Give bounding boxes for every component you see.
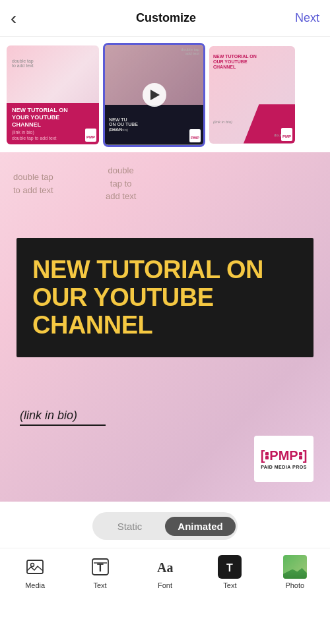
media-label: Media [25, 581, 45, 589]
text-add-label: Text [93, 581, 106, 589]
svg-point-1 [31, 564, 34, 567]
play-button[interactable] [143, 83, 166, 107]
photo-icon [283, 555, 307, 579]
font-icon: Aa [153, 555, 177, 579]
canvas-add-text-left[interactable]: double tapto add text [13, 171, 53, 196]
svg-text:T: T [97, 562, 104, 573]
carousel-left-title: NEW TUTORIAL ONYOUR YOUTUBECHANNEL [12, 107, 94, 128]
main-link-section: (link in bio) [20, 409, 106, 426]
play-triangle-icon [150, 90, 160, 100]
main-title-box: NEW TUTORIAL ON OUR YOUTUBE CHANNEL [16, 238, 314, 357]
toggle-animated[interactable]: Animated [165, 517, 236, 536]
main-canvas: double tapto add text doubletap toadd te… [0, 152, 330, 502]
static-animated-toggle: Static Animated [92, 512, 238, 540]
logo-left-bracket: [ [261, 448, 265, 463]
carousel-left-link: (link in bio) [12, 130, 94, 134]
text-add-icon: T [88, 555, 112, 579]
toggle-section: Static Animated [0, 502, 330, 548]
text-bg-label: Text [223, 581, 236, 589]
logo-pmp: PMP [269, 448, 298, 463]
template-carousel: double tapto add text NEW TUTORIAL ONYOU… [0, 37, 330, 152]
logo-right-bracket: ] [303, 448, 308, 463]
logo-subtitle: PAID MEDIA PROS [261, 465, 307, 469]
back-button[interactable]: ‹ [11, 8, 37, 29]
svg-rect-0 [27, 560, 43, 573]
svg-text:Aa: Aa [157, 560, 173, 575]
toggle-static[interactable]: Static [94, 517, 165, 536]
logo-bracket: [ PMP ] [261, 448, 308, 463]
toolbar-item-font[interactable]: Aa Font [145, 555, 185, 589]
photo-label: Photo [285, 581, 304, 589]
play-overlay [105, 45, 203, 145]
logo-inner [265, 452, 269, 459]
carousel-add-text-left: double tapto add text [12, 59, 34, 68]
main-title-text[interactable]: NEW TUTORIAL ON OUR YOUTUBE CHANNEL [32, 256, 298, 339]
toolbar-item-media[interactable]: Media [15, 555, 55, 589]
canvas-add-text-center[interactable]: doubletap toadd text [106, 164, 136, 203]
carousel-right-link: (link in bio) [213, 120, 232, 124]
svg-text:T: T [226, 562, 233, 573]
bottom-toolbar: Media T Text Aa Font T Text [0, 548, 330, 599]
carousel-item-left[interactable]: double tapto add text NEW TUTORIAL ONYOU… [7, 45, 99, 144]
font-label: Font [158, 581, 172, 589]
toolbar-item-text-bg[interactable]: T Text [210, 555, 249, 589]
next-button[interactable]: Next [295, 11, 319, 25]
carousel-right-title: NEW TUTORIAL ONOUR YOUTUBECHANNEL [213, 54, 257, 71]
toolbar-item-photo[interactable]: Photo [275, 555, 315, 589]
media-icon [23, 555, 47, 579]
main-link-text[interactable]: (link in bio) [20, 409, 106, 423]
main-link-underline [20, 424, 106, 426]
main-logo: [ PMP ] PAID MEDIA PROS [254, 436, 314, 482]
carousel-item-right[interactable]: NEW TUTORIAL ONOUR YOUTUBECHANNEL (link … [209, 46, 295, 144]
text-bg-icon: T [218, 555, 242, 579]
toolbar-item-text-add[interactable]: T Text [81, 555, 120, 589]
logo-inner-right [299, 452, 302, 459]
carousel-left-add: double tap to add text [12, 136, 94, 140]
page-title: Customize [136, 11, 196, 25]
header: ‹ Customize Next [0, 0, 330, 37]
carousel-item-center[interactable]: NEW TUON OU TUBECHAN double tapadd text … [103, 43, 205, 147]
